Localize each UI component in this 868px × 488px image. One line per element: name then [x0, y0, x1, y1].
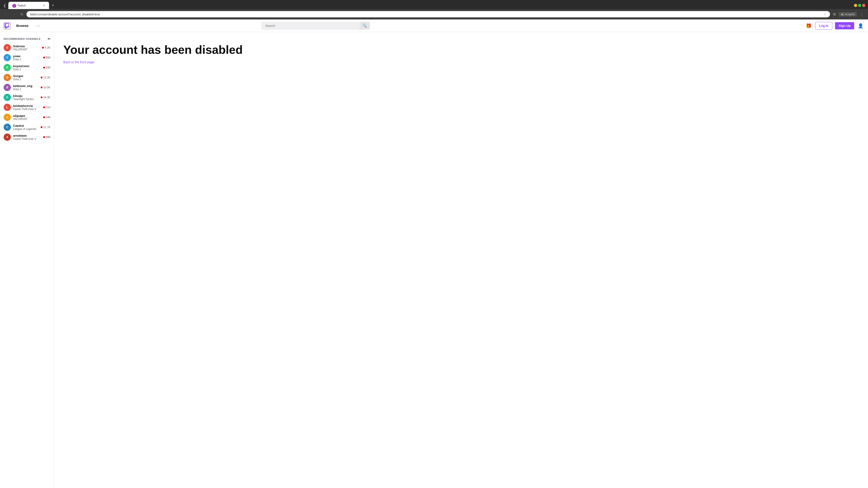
channel-avatar: C [4, 124, 11, 131]
minimize-button[interactable] [854, 4, 857, 7]
forward-icon: → [12, 12, 16, 16]
channel-viewers: 214 [43, 106, 51, 109]
sidebar-channel-item[interactable]: S Subroza VALORANT 4.2K [0, 43, 54, 53]
channel-name: yowe [13, 55, 41, 58]
channel-game: VALORANT [13, 118, 41, 121]
viewer-count: 11.7K [43, 126, 51, 129]
browse-button[interactable]: Browse [14, 22, 30, 29]
close-button[interactable] [862, 4, 865, 7]
new-tab-button[interactable]: + [50, 2, 56, 9]
active-tab[interactable]: 🟣 Twitch × [8, 2, 49, 9]
browser-chrome: ❮ 🟣 Twitch × + ← → ↻ twitch.tv/user/disa… [0, 0, 868, 20]
channel-game: Teamfight Tactics [13, 98, 38, 101]
channel-game: Dota 2 [13, 68, 41, 71]
live-dot [41, 87, 42, 88]
tab-close-button[interactable]: × [43, 3, 45, 8]
sidebar-channel-item[interactable]: L lolobadscircle Grand Theft Auto V 214 [0, 102, 54, 112]
window-controls [853, 3, 866, 8]
sidebar-channel-item[interactable]: C Caedrel League of Legends 11.7K [0, 122, 54, 132]
viewer-count: 866 [46, 56, 51, 59]
live-dot [43, 106, 45, 108]
search-container: 🔍 [261, 22, 370, 30]
back-to-front-page-link[interactable]: Back to the front page [63, 60, 94, 64]
incognito-indicator[interactable]: 🕵 Incognito [839, 12, 857, 17]
sidebar-channel-item[interactable]: Y yowe Dota 2 866 [0, 53, 54, 63]
bookmark-icon[interactable]: ☆ [824, 12, 827, 16]
sidebar-section-title: RECOMMENDED CHANNELS [4, 37, 40, 40]
sidebar-collapse-button[interactable]: ⬅ [48, 37, 51, 41]
channels-list: S Subroza VALORANT 4.2K Y yowe Dota 2 86… [0, 43, 54, 142]
back-button[interactable]: ← [3, 11, 9, 17]
pip-button[interactable]: ⧉ [832, 11, 837, 17]
channel-avatar: K [4, 94, 11, 101]
sidebar: RECOMMENDED CHANNELS ⬅ S Subroza VALORAN… [0, 32, 54, 488]
nav-bar: ← → ↻ twitch.tv/user/disable-account?acc… [0, 9, 868, 20]
channel-info: kuyanicwxc Dota 2 [13, 64, 41, 71]
nav-right: 🎁 Log In Sign Up 👤 [805, 22, 864, 30]
channel-name: Subroza [13, 44, 40, 48]
search-icon: 🔍 [362, 24, 367, 28]
live-dot [41, 96, 42, 98]
channel-avatar: K [4, 64, 11, 71]
channel-viewers: 12.2K [41, 76, 51, 79]
incognito-label: Incognito [845, 13, 855, 15]
twitch-logo-button[interactable] [4, 22, 11, 29]
viewer-count: 10.5K [43, 86, 51, 89]
sidebar-section-header: RECOMMENDED CHANNELS ⬅ [0, 35, 54, 43]
channel-name: a2guapo [13, 114, 41, 118]
channel-info: Subroza VALORANT [13, 44, 40, 51]
channel-name: lolobadscircle [13, 104, 41, 107]
live-dot [43, 116, 45, 118]
channel-info: betboom_eng Dota 2 [13, 84, 38, 91]
forward-button[interactable]: → [11, 11, 17, 17]
live-dot [43, 67, 45, 68]
live-dot [41, 126, 42, 128]
user-icon-button[interactable]: 👤 [857, 22, 864, 29]
sidebar-channel-item[interactable]: A a2guapo VALORANT 448 [0, 112, 54, 122]
channel-name: Gorgec [13, 74, 38, 78]
channel-name: k3soju [13, 94, 38, 98]
refresh-button[interactable]: ↻ [19, 11, 25, 18]
channel-avatar: Y [4, 54, 11, 61]
channel-game: VALORANT [13, 48, 40, 51]
sidebar-channel-item[interactable]: G Gorgec Dota 2 12.2K [0, 72, 54, 83]
address-bar[interactable]: twitch.tv/user/disable-account?account_d… [26, 11, 830, 18]
channel-viewers: 16.3K [41, 96, 51, 99]
more-button[interactable]: ⋯ [34, 22, 42, 29]
signup-button[interactable]: Sign Up [835, 22, 854, 29]
channel-info: k3soju Teamfight Tactics [13, 94, 38, 101]
top-nav: Browse ⋯ 🔍 🎁 Log In Sign Up 👤 [0, 20, 868, 32]
channel-info: a2guapo VALORANT [13, 114, 41, 121]
main-content: Your account has been disabled Back to t… [54, 32, 868, 488]
viewer-count: 4.2K [45, 46, 51, 49]
channel-viewers: 998 [43, 135, 51, 139]
search-button[interactable]: 🔍 [360, 22, 370, 29]
viewer-count: 12.2K [43, 76, 51, 79]
browser-menu-button[interactable]: ⋮ [859, 11, 865, 18]
channel-viewers: 166 [43, 66, 51, 69]
account-disabled-title: Your account has been disabled [63, 43, 859, 57]
user-icon: 👤 [858, 23, 864, 28]
sidebar-channel-item[interactable]: K kuyanicwxc Dota 2 166 [0, 63, 54, 72]
nav-right-icons: ⧉ 🕵 Incognito ⋮ [832, 11, 865, 18]
maximize-button[interactable] [858, 4, 861, 7]
channel-game: Grand Theft Auto V [13, 107, 41, 111]
channel-viewers: 448 [43, 116, 51, 119]
gift-icon: 🎁 [806, 23, 811, 28]
channel-avatar: S [4, 44, 11, 51]
sidebar-channel-item[interactable]: A arnskieee Grand Theft Auto V 998 [0, 132, 54, 142]
url-text: twitch.tv/user/disable-account?account_d… [30, 13, 822, 16]
sidebar-channel-item[interactable]: B betboom_eng Dota 2 10.5K [0, 83, 54, 92]
refresh-icon: ↻ [20, 12, 23, 16]
channel-avatar: B [4, 84, 11, 91]
search-input[interactable] [261, 22, 370, 30]
sidebar-channel-item[interactable]: K k3soju Teamfight Tactics 16.3K [0, 92, 54, 102]
live-dot [41, 76, 42, 78]
gift-button[interactable]: 🎁 [805, 22, 812, 29]
channel-avatar: G [4, 74, 11, 81]
channel-info: Gorgec Dota 2 [13, 74, 38, 81]
live-dot [43, 57, 45, 59]
tab-back-button[interactable]: ❮ [2, 2, 7, 8]
login-button[interactable]: Log In [815, 22, 832, 30]
channel-info: arnskieee Grand Theft Auto V [13, 134, 41, 140]
